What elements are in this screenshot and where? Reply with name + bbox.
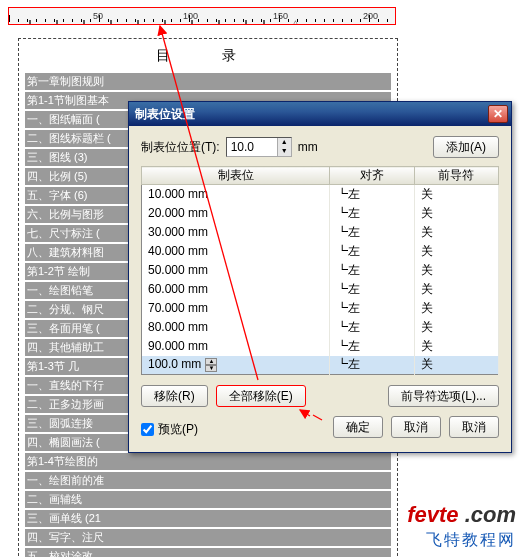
document-line: 第1-4节绘图的	[25, 453, 391, 470]
align-cell[interactable]: ┗左	[330, 337, 414, 356]
spinner-up-icon[interactable]: ▲	[205, 358, 217, 365]
cell-spinner[interactable]: ▲▼	[205, 358, 217, 372]
position-spinner[interactable]: ▲ ▼	[277, 138, 291, 156]
document-line: 五、校对涂改	[25, 548, 391, 557]
align-cell[interactable]: ┗左	[330, 356, 414, 375]
align-cell[interactable]: ┗左	[330, 242, 414, 261]
document-line: 一、绘图前的准	[25, 472, 391, 489]
document-line: 四、写字、注尺	[25, 529, 391, 546]
document-title: 目 录	[25, 47, 391, 65]
table-row[interactable]: 90.000 mm┗左关	[142, 337, 499, 356]
table-row[interactable]: 20.000 mm┗左关	[142, 204, 499, 223]
tabstop-cell[interactable]: 100.0 mm▲▼	[142, 356, 330, 375]
tabstop-cell[interactable]: 60.000 mm	[142, 280, 330, 299]
leader-cell[interactable]: 关	[414, 337, 499, 356]
table-row[interactable]: 50.000 mm┗左关	[142, 261, 499, 280]
align-cell[interactable]: ┗左	[330, 318, 414, 337]
ruler[interactable]: 50100150200LLLLLLLLLL△	[9, 8, 395, 24]
leader-cell[interactable]: 关	[414, 185, 499, 204]
table-header-row: 制表位 对齐 前导符	[142, 167, 499, 185]
table-row[interactable]: 60.000 mm┗左关	[142, 280, 499, 299]
remove-button[interactable]: 移除(R)	[141, 385, 208, 407]
spinner-up-icon[interactable]: ▲	[277, 138, 291, 147]
tab-stops-table[interactable]: 制表位 对齐 前导符 10.000 mm┗左关20.000 mm┗左关30.00…	[141, 166, 499, 375]
tabstop-cell[interactable]: 90.000 mm	[142, 337, 330, 356]
align-cell[interactable]: ┗左	[330, 261, 414, 280]
watermark-brand: fevte	[407, 502, 458, 527]
watermark: fevte .com 飞特教程网	[407, 502, 516, 551]
position-label: 制表位位置(T):	[141, 139, 220, 156]
leader-cell[interactable]: 关	[414, 204, 499, 223]
table-row[interactable]: 10.000 mm┗左关	[142, 185, 499, 204]
table-row[interactable]: 40.000 mm┗左关	[142, 242, 499, 261]
tab-settings-dialog: 制表位设置 ✕ 制表位位置(T): ▲ ▼ mm 添加(A) 制表位 对齐	[128, 101, 512, 453]
tabstop-cell[interactable]: 80.000 mm	[142, 318, 330, 337]
position-input[interactable]	[227, 138, 277, 156]
document-line: 第一章制图规则	[25, 73, 391, 90]
tabstop-marker-icon[interactable]: L	[263, 18, 269, 25]
watermark-domain: .com	[465, 502, 516, 527]
tabstop-marker-icon[interactable]: L	[245, 18, 251, 25]
tabstop-cell[interactable]: 40.000 mm	[142, 242, 330, 261]
ruler-label: 50	[93, 11, 103, 21]
tabstop-cell[interactable]: 70.000 mm	[142, 299, 330, 318]
button-row: 移除(R) 全部移除(E) 前导符选项(L)...	[141, 385, 499, 407]
table-row[interactable]: 100.0 mm▲▼┗左关	[142, 356, 499, 375]
dialog-title: 制表位设置	[135, 106, 195, 123]
leader-cell[interactable]: 关	[414, 280, 499, 299]
col-tabstop[interactable]: 制表位	[142, 167, 330, 185]
add-button[interactable]: 添加(A)	[433, 136, 499, 158]
leader-cell[interactable]: 关	[414, 356, 499, 375]
document-line: 三、画单线 (21	[25, 510, 391, 527]
close-icon: ✕	[493, 107, 503, 121]
preview-label: 预览(P)	[158, 421, 198, 438]
unit-label: mm	[298, 140, 318, 154]
dialog-body: 制表位位置(T): ▲ ▼ mm 添加(A) 制表位 对齐 前导符 10.000	[129, 126, 511, 452]
tabstop-marker-icon[interactable]: L	[83, 18, 89, 25]
tabstop-cell[interactable]: 30.000 mm	[142, 223, 330, 242]
watermark-subtitle: 飞特教程网	[407, 530, 516, 551]
align-cell[interactable]: ┗左	[330, 280, 414, 299]
ruler-label: 200	[363, 11, 378, 21]
table-row[interactable]: 70.000 mm┗左关	[142, 299, 499, 318]
leader-cell[interactable]: 关	[414, 261, 499, 280]
position-row: 制表位位置(T): ▲ ▼ mm 添加(A)	[141, 136, 499, 158]
align-cell[interactable]: ┗左	[330, 204, 414, 223]
tabstop-marker-icon[interactable]: L	[191, 18, 197, 25]
tabstop-cell[interactable]: 20.000 mm	[142, 204, 330, 223]
position-field[interactable]: ▲ ▼	[226, 137, 292, 157]
col-align[interactable]: 对齐	[330, 167, 414, 185]
leader-cell[interactable]: 关	[414, 223, 499, 242]
table-row[interactable]: 30.000 mm┗左关	[142, 223, 499, 242]
close-button[interactable]: ✕	[488, 105, 508, 123]
col-leader[interactable]: 前导符	[414, 167, 499, 185]
align-cell[interactable]: ┗左	[330, 223, 414, 242]
align-cell[interactable]: ┗左	[330, 185, 414, 204]
table-row[interactable]: 80.000 mm┗左关	[142, 318, 499, 337]
align-cell[interactable]: ┗左	[330, 299, 414, 318]
dialog-titlebar[interactable]: 制表位设置 ✕	[129, 102, 511, 126]
remove-all-button[interactable]: 全部移除(E)	[216, 385, 306, 407]
tabstop-marker-icon[interactable]: L	[29, 18, 35, 25]
tabstop-marker-icon[interactable]: L	[218, 18, 224, 25]
leader-options-button[interactable]: 前导符选项(L)...	[388, 385, 499, 407]
leader-cell[interactable]: 关	[414, 299, 499, 318]
tabstop-cell[interactable]: 10.000 mm	[142, 185, 330, 204]
tabstop-marker-icon[interactable]: L	[110, 18, 116, 25]
leader-cell[interactable]: 关	[414, 318, 499, 337]
tabstop-marker-icon[interactable]: L	[164, 18, 170, 25]
ok-button[interactable]: 确定	[333, 416, 383, 438]
document-line: 二、画辅线	[25, 491, 391, 508]
tabstop-cell[interactable]: 50.000 mm	[142, 261, 330, 280]
tabstop-marker-icon[interactable]: L	[56, 18, 62, 25]
cancel-button-2[interactable]: 取消	[449, 416, 499, 438]
ruler-container: 50100150200LLLLLLLLLL△	[8, 7, 396, 25]
cancel-button-1[interactable]: 取消	[391, 416, 441, 438]
indent-marker-icon[interactable]: △	[292, 18, 299, 25]
spinner-down-icon[interactable]: ▼	[205, 365, 217, 372]
preview-checkbox[interactable]	[141, 423, 154, 436]
leader-cell[interactable]: 关	[414, 242, 499, 261]
ruler-label: 150	[273, 11, 288, 21]
spinner-down-icon[interactable]: ▼	[277, 147, 291, 156]
tabstop-marker-icon[interactable]: L	[137, 18, 143, 25]
